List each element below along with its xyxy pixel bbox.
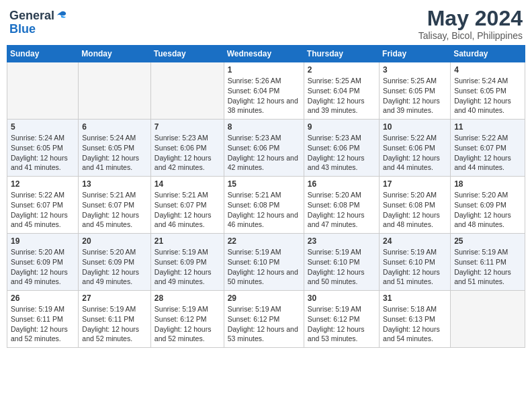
day-number: 12 [11, 179, 75, 189]
calendar-cell: 4Sunrise: 5:24 AMSunset: 6:05 PMDaylight… [451, 62, 525, 120]
day-info: Sunrise: 5:23 AMSunset: 6:06 PMDaylight:… [308, 134, 365, 171]
day-number: 25 [454, 236, 521, 246]
week-row-1: 1Sunrise: 5:26 AMSunset: 6:04 PMDaylight… [7, 62, 525, 120]
calendar-cell: 6Sunrise: 5:24 AMSunset: 6:05 PMDaylight… [79, 120, 150, 177]
day-info: Sunrise: 5:24 AMSunset: 6:05 PMDaylight:… [454, 77, 511, 114]
day-info: Sunrise: 5:19 AMSunset: 6:10 PMDaylight:… [383, 248, 440, 285]
day-number: 20 [82, 236, 146, 246]
calendar-cell [79, 62, 150, 120]
logo-bird-icon [55, 9, 67, 21]
subtitle: Talisay, Bicol, Philippines [418, 30, 523, 41]
header-saturday: Saturday [451, 46, 525, 62]
week-row-2: 5Sunrise: 5:24 AMSunset: 6:05 PMDaylight… [7, 120, 525, 177]
day-info: Sunrise: 5:19 AMSunset: 6:11 PMDaylight:… [454, 248, 511, 285]
day-number: 6 [82, 122, 146, 132]
calendar-cell: 2Sunrise: 5:25 AMSunset: 6:04 PMDaylight… [304, 62, 379, 120]
day-number: 21 [154, 236, 220, 246]
week-row-3: 12Sunrise: 5:22 AMSunset: 6:07 PMDayligh… [7, 177, 525, 234]
day-info: Sunrise: 5:20 AMSunset: 6:09 PMDaylight:… [82, 248, 139, 285]
day-number: 18 [454, 179, 521, 189]
calendar-cell: 3Sunrise: 5:25 AMSunset: 6:05 PMDaylight… [380, 62, 451, 120]
day-info: Sunrise: 5:20 AMSunset: 6:08 PMDaylight:… [308, 191, 365, 228]
header-tuesday: Tuesday [150, 46, 224, 62]
day-info: Sunrise: 5:21 AMSunset: 6:07 PMDaylight:… [154, 191, 212, 228]
calendar-cell: 14Sunrise: 5:21 AMSunset: 6:07 PMDayligh… [150, 177, 224, 234]
calendar-cell: 15Sunrise: 5:21 AMSunset: 6:08 PMDayligh… [224, 177, 304, 234]
logo-text-line2: Blue [9, 23, 36, 36]
day-info: Sunrise: 5:19 AMSunset: 6:10 PMDaylight:… [308, 248, 365, 285]
day-number: 14 [154, 179, 220, 189]
calendar-cell: 24Sunrise: 5:19 AMSunset: 6:10 PMDayligh… [380, 234, 451, 291]
day-number: 30 [308, 293, 375, 303]
day-info: Sunrise: 5:23 AMSunset: 6:06 PMDaylight:… [154, 134, 212, 171]
day-number: 1 [228, 65, 300, 75]
calendar-cell: 29Sunrise: 5:19 AMSunset: 6:12 PMDayligh… [224, 291, 304, 348]
day-info: Sunrise: 5:19 AMSunset: 6:12 PMDaylight:… [228, 305, 298, 342]
calendar-cell: 1Sunrise: 5:26 AMSunset: 6:04 PMDaylight… [224, 62, 304, 120]
calendar-cell: 12Sunrise: 5:22 AMSunset: 6:07 PMDayligh… [7, 177, 79, 234]
calendar-cell: 11Sunrise: 5:22 AMSunset: 6:07 PMDayligh… [451, 120, 525, 177]
calendar-cell: 25Sunrise: 5:19 AMSunset: 6:11 PMDayligh… [451, 234, 525, 291]
day-number: 22 [228, 236, 300, 246]
day-info: Sunrise: 5:22 AMSunset: 6:07 PMDaylight:… [11, 191, 68, 228]
day-info: Sunrise: 5:20 AMSunset: 6:09 PMDaylight:… [11, 248, 68, 285]
main-title: May 2024 [418, 7, 523, 30]
header-thursday: Thursday [304, 46, 379, 62]
day-number: 7 [154, 122, 220, 132]
day-number: 17 [383, 179, 447, 189]
day-info: Sunrise: 5:21 AMSunset: 6:08 PMDaylight:… [228, 191, 298, 228]
calendar-cell: 5Sunrise: 5:24 AMSunset: 6:05 PMDaylight… [7, 120, 79, 177]
day-info: Sunrise: 5:19 AMSunset: 6:11 PMDaylight:… [82, 305, 139, 342]
day-number: 8 [228, 122, 300, 132]
day-info: Sunrise: 5:25 AMSunset: 6:04 PMDaylight:… [308, 77, 365, 114]
day-number: 31 [383, 293, 447, 303]
day-number: 16 [308, 179, 375, 189]
week-row-5: 26Sunrise: 5:19 AMSunset: 6:11 PMDayligh… [7, 291, 525, 348]
day-number: 23 [308, 236, 375, 246]
header-sunday: Sunday [7, 46, 79, 62]
day-info: Sunrise: 5:18 AMSunset: 6:13 PMDaylight:… [383, 305, 440, 342]
calendar-cell: 22Sunrise: 5:19 AMSunset: 6:10 PMDayligh… [224, 234, 304, 291]
calendar-cell [150, 62, 224, 120]
logo: General Blue [9, 9, 67, 36]
calendar-cell: 7Sunrise: 5:23 AMSunset: 6:06 PMDaylight… [150, 120, 224, 177]
day-number: 9 [308, 122, 375, 132]
calendar-cell: 30Sunrise: 5:19 AMSunset: 6:12 PMDayligh… [304, 291, 379, 348]
day-number: 5 [11, 122, 75, 132]
day-number: 19 [11, 236, 75, 246]
calendar-cell: 21Sunrise: 5:19 AMSunset: 6:09 PMDayligh… [150, 234, 224, 291]
day-info: Sunrise: 5:22 AMSunset: 6:07 PMDaylight:… [454, 134, 511, 171]
day-number: 29 [228, 293, 300, 303]
day-info: Sunrise: 5:24 AMSunset: 6:05 PMDaylight:… [82, 134, 139, 171]
header-wednesday: Wednesday [224, 46, 304, 62]
day-info: Sunrise: 5:19 AMSunset: 6:12 PMDaylight:… [154, 305, 212, 342]
day-number: 13 [82, 179, 146, 189]
header-monday: Monday [79, 46, 150, 62]
day-number: 10 [383, 122, 447, 132]
day-info: Sunrise: 5:19 AMSunset: 6:09 PMDaylight:… [154, 248, 212, 285]
day-number: 24 [383, 236, 447, 246]
day-info: Sunrise: 5:22 AMSunset: 6:06 PMDaylight:… [383, 134, 440, 171]
day-number: 3 [383, 65, 447, 75]
day-number: 4 [454, 65, 521, 75]
calendar-cell: 19Sunrise: 5:20 AMSunset: 6:09 PMDayligh… [7, 234, 79, 291]
calendar-cell: 17Sunrise: 5:20 AMSunset: 6:08 PMDayligh… [380, 177, 451, 234]
calendar-cell: 31Sunrise: 5:18 AMSunset: 6:13 PMDayligh… [380, 291, 451, 348]
calendar-cell: 20Sunrise: 5:20 AMSunset: 6:09 PMDayligh… [79, 234, 150, 291]
day-number: 11 [454, 122, 521, 132]
day-info: Sunrise: 5:19 AMSunset: 6:11 PMDaylight:… [11, 305, 68, 342]
day-info: Sunrise: 5:20 AMSunset: 6:09 PMDaylight:… [454, 191, 511, 228]
calendar-cell: 9Sunrise: 5:23 AMSunset: 6:06 PMDaylight… [304, 120, 379, 177]
day-info: Sunrise: 5:24 AMSunset: 6:05 PMDaylight:… [11, 134, 68, 171]
calendar-cell: 8Sunrise: 5:23 AMSunset: 6:06 PMDaylight… [224, 120, 304, 177]
title-block: May 2024 Talisay, Bicol, Philippines [418, 7, 523, 41]
day-info: Sunrise: 5:19 AMSunset: 6:10 PMDaylight:… [228, 248, 298, 285]
header-friday: Friday [380, 46, 451, 62]
day-number: 2 [308, 65, 375, 75]
day-info: Sunrise: 5:26 AMSunset: 6:04 PMDaylight:… [228, 77, 298, 114]
calendar-cell: 27Sunrise: 5:19 AMSunset: 6:11 PMDayligh… [79, 291, 150, 348]
day-number: 26 [11, 293, 75, 303]
day-number: 28 [154, 293, 220, 303]
day-info: Sunrise: 5:21 AMSunset: 6:07 PMDaylight:… [82, 191, 139, 228]
day-info: Sunrise: 5:23 AMSunset: 6:06 PMDaylight:… [228, 134, 298, 171]
